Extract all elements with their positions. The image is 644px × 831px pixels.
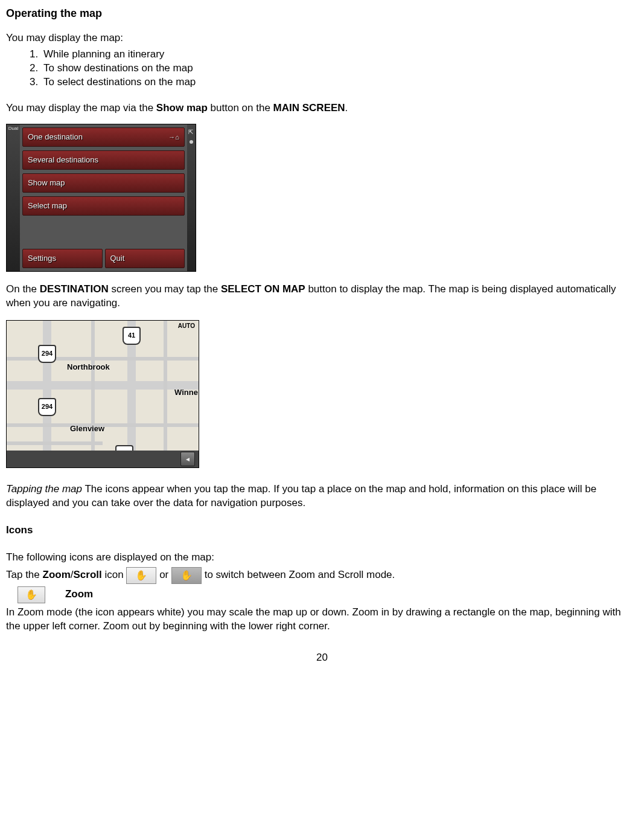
show-map-button[interactable]: Show map: [22, 173, 185, 193]
button-label: Several destinations: [28, 155, 98, 165]
intro-text: You may display the map:: [6, 31, 638, 45]
zoom-bold: Zoom: [43, 569, 71, 580]
text: On the: [6, 283, 40, 295]
collapse-button[interactable]: ◂: [180, 452, 195, 466]
text: You may display the map via the: [6, 102, 156, 114]
text: or: [156, 569, 171, 580]
road: [164, 321, 167, 467]
text: .: [345, 102, 348, 114]
home-icon: →⌂: [168, 133, 179, 142]
button-label: Select map: [28, 201, 67, 211]
city-label: Northbrook: [67, 362, 110, 373]
sidebar-arrow-icon: ⇱: [188, 128, 193, 136]
zoom-scroll-line: Tap the Zoom/Scroll icon ✋ or ✋ to switc…: [6, 567, 638, 584]
right-sidebar: ⇱: [187, 124, 196, 271]
route-shield: 294: [38, 345, 56, 363]
text: to switch between Zoom and Scroll mode.: [202, 569, 395, 580]
list-item: While planning an itinerary: [41, 48, 638, 62]
button-label: One destination: [28, 132, 83, 143]
button-label: Show map: [28, 178, 65, 188]
left-sidebar: Dual: [7, 124, 20, 271]
zoom-hand-icon: ✋: [126, 567, 156, 584]
route-shield: 41: [123, 327, 141, 345]
one-destination-button[interactable]: One destination →⌂: [22, 127, 185, 147]
select-on-map-bold: SELECT ON MAP: [221, 283, 305, 295]
scroll-hand-icon: ✋: [171, 567, 202, 584]
list-item: To select destinations on the map: [41, 75, 638, 89]
map-screenshot: AUTO 294 41 294 94 Northbrook Winne Glen…: [6, 320, 199, 468]
zoom-row: ✋ Zoom: [6, 586, 638, 603]
scroll-bold: Scroll: [74, 569, 102, 580]
tapping-para: Tapping the map The icons appear when yo…: [6, 483, 638, 510]
settings-button[interactable]: Settings: [22, 249, 103, 268]
auto-label: AUTO: [178, 322, 195, 330]
zoom-desc: In Zoom mode (the icon appears white) yo…: [6, 606, 638, 634]
map-bottom-bar: ◂: [7, 451, 199, 467]
text: button to display the map.: [305, 283, 429, 295]
zoom-hand-icon-white: ✋: [18, 586, 45, 603]
main-menu-screenshot: Dual ⇱ One destination →⌂ Several destin…: [6, 124, 196, 272]
road: [7, 441, 103, 445]
text: The icons appear when you tap the map. I…: [6, 483, 596, 509]
city-label: Glenview: [70, 423, 104, 434]
text: Tap the: [6, 569, 43, 580]
page-number: 20: [6, 651, 638, 665]
icons-intro: The following icons are displayed on the…: [6, 551, 638, 565]
road: [7, 357, 199, 361]
road: [43, 321, 51, 467]
via-line: You may display the map via the Show map…: [6, 101, 638, 115]
road: [91, 321, 95, 467]
tapping-lead: Tapping the map: [6, 483, 82, 495]
menu-area: One destination →⌂ Several destinations …: [20, 126, 187, 270]
sidebar-dot-icon: [190, 140, 193, 144]
button-label: Quit: [110, 253, 125, 264]
select-map-button[interactable]: Select map: [22, 196, 185, 216]
destination-bold: DESTINATION: [40, 283, 109, 295]
destination-para: On the DESTINATION screen you may tap th…: [6, 283, 638, 310]
route-shield: 294: [38, 398, 56, 416]
main-screen-bold: MAIN SCREEN: [273, 102, 345, 114]
icons-heading: Icons: [6, 524, 33, 536]
several-destinations-button[interactable]: Several destinations: [22, 150, 185, 170]
quit-button[interactable]: Quit: [105, 249, 185, 268]
text: button on the: [208, 102, 273, 114]
city-label: Winne: [174, 387, 198, 398]
text: screen you may tap the: [109, 283, 221, 295]
road: [7, 381, 199, 390]
text: icon: [102, 569, 127, 580]
list-item: To show destinations on the map: [41, 62, 638, 75]
display-list: While planning an itinerary To show dest…: [6, 48, 638, 89]
zoom-label: Zoom: [65, 588, 93, 600]
section-heading: Operating the map: [6, 6, 638, 21]
show-map-bold: Show map: [156, 102, 208, 114]
button-label: Settings: [28, 253, 56, 264]
